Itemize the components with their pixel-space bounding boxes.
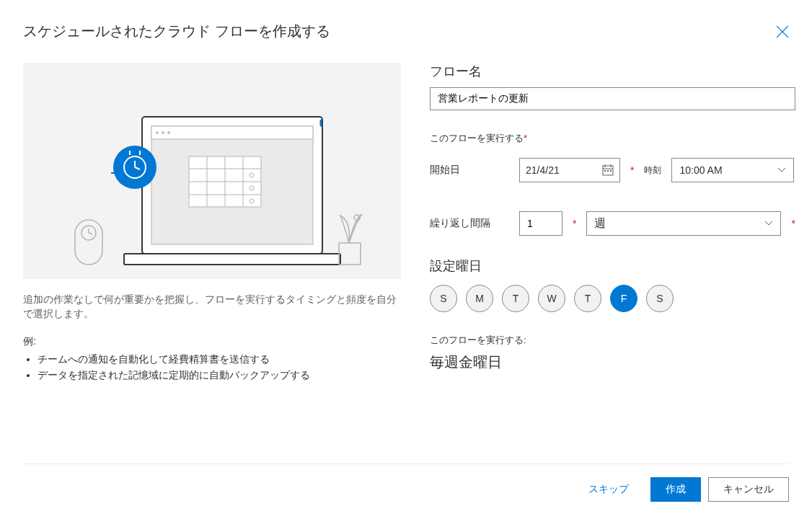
dialog-title: スケジュールされたクラウド フローを作成する xyxy=(23,22,330,41)
run-summary-label: このフローを実行する: xyxy=(430,334,795,347)
start-date-value: 21/4/21 xyxy=(526,164,560,176)
dialog-header: スケジュールされたクラウド フローを作成する xyxy=(23,22,789,41)
svg-rect-40 xyxy=(610,170,612,172)
description-text: 追加の作業なしで何が重要かを把握し、フローを実行するタイミングと頻度を自分で選択… xyxy=(23,292,401,321)
day-saturday[interactable]: S xyxy=(646,285,674,312)
day-tuesday[interactable]: T xyxy=(502,285,529,312)
svg-rect-39 xyxy=(607,170,609,172)
illustration xyxy=(23,63,401,279)
svg-rect-28 xyxy=(75,220,102,265)
close-icon xyxy=(776,25,789,38)
run-summary: 毎週金曜日 xyxy=(430,353,795,372)
time-select[interactable]: 10:00 AM xyxy=(671,158,794,182)
start-date-row: 開始日 21/4/21 * 時刻 10:00 AM xyxy=(430,158,795,182)
day-wednesday[interactable]: W xyxy=(538,285,565,312)
svg-rect-32 xyxy=(339,243,361,265)
repeat-value-input[interactable] xyxy=(519,211,562,236)
flow-name-input[interactable] xyxy=(430,87,795,110)
time-label: 時刻 xyxy=(644,164,661,177)
repeat-row: 繰り返し間隔 * 週 * xyxy=(430,211,795,236)
skip-button[interactable]: スキップ xyxy=(574,477,643,502)
svg-rect-4 xyxy=(151,126,313,139)
svg-rect-9 xyxy=(124,254,340,265)
required-mark: * xyxy=(630,164,634,176)
cancel-button[interactable]: キャンセル xyxy=(708,477,789,502)
svg-line-31 xyxy=(89,233,92,234)
svg-point-5 xyxy=(156,131,159,134)
repeat-unit-value: 週 xyxy=(594,216,606,231)
dialog-body: 追加の作業なしで何が重要かを把握し、フローを実行するタイミングと頻度を自分で選択… xyxy=(23,63,789,464)
create-button[interactable]: 作成 xyxy=(650,477,701,502)
day-thursday[interactable]: T xyxy=(574,285,601,312)
time-value: 10:00 AM xyxy=(679,164,722,176)
create-scheduled-flow-dialog: スケジュールされたクラウド フローを作成する xyxy=(0,0,812,514)
close-button[interactable] xyxy=(776,25,789,38)
svg-point-6 xyxy=(162,131,164,134)
dialog-footer: スキップ 作成 キャンセル xyxy=(23,464,789,514)
flow-name-label: フロー名 xyxy=(430,63,795,80)
svg-point-7 xyxy=(167,131,170,134)
required-mark: * xyxy=(791,218,795,229)
right-column: フロー名 このフローを実行する* 開始日 21/4/21 * 時刻 10:00 … xyxy=(430,63,795,464)
svg-rect-38 xyxy=(604,170,606,172)
start-date-label: 開始日 xyxy=(430,164,509,177)
days-row: S M T W T F S xyxy=(430,285,795,312)
example-item: チームへの通知を自動化して経費精算書を送信する xyxy=(37,351,401,367)
day-sunday[interactable]: S xyxy=(430,285,457,312)
required-mark: * xyxy=(573,218,576,229)
examples-list: チームへの通知を自動化して経費精算書を送信する データを指定された記憶域に定期的… xyxy=(23,351,401,383)
days-label: 設定曜日 xyxy=(430,257,795,275)
repeat-label: 繰り返し間隔 xyxy=(430,217,509,230)
start-date-input[interactable]: 21/4/21 xyxy=(519,158,620,182)
repeat-unit-select[interactable]: 週 xyxy=(586,211,781,236)
chevron-down-icon xyxy=(764,219,773,228)
calendar-icon xyxy=(602,164,614,176)
left-column: 追加の作業なしで何が重要かを把握し、フローを実行するタイミングと頻度を自分で選択… xyxy=(23,63,401,464)
example-item: データを指定された記憶域に定期的に自動バックアップする xyxy=(37,367,401,383)
day-monday[interactable]: M xyxy=(466,285,493,312)
examples-heading: 例: xyxy=(23,335,401,348)
run-group-label: このフローを実行する* xyxy=(430,132,795,145)
chevron-down-icon xyxy=(777,166,786,174)
day-friday[interactable]: F xyxy=(610,285,637,312)
